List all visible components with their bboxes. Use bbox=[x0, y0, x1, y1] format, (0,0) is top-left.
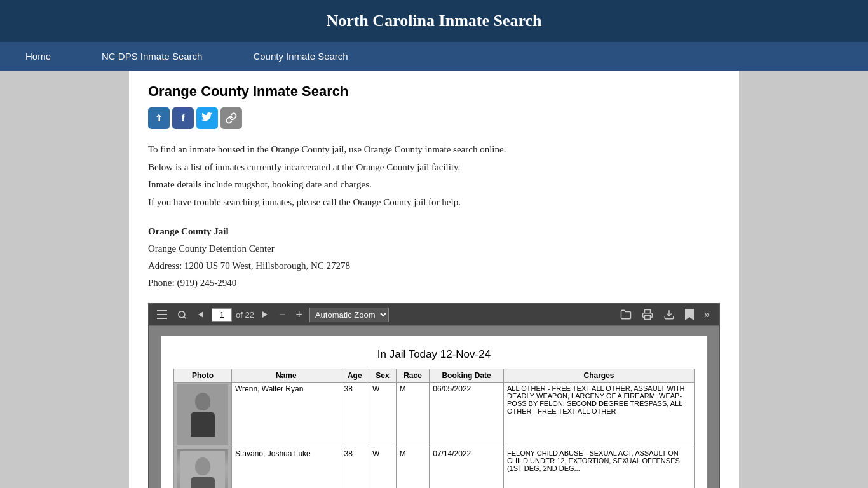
desc-line-2: Below is a list of inmates currently inc… bbox=[148, 159, 720, 176]
desc-line-4: If you have trouble searching inmates, p… bbox=[148, 194, 720, 211]
svg-rect-1 bbox=[157, 314, 167, 315]
col-charges: Charges bbox=[504, 369, 695, 383]
svg-marker-5 bbox=[198, 311, 203, 318]
social-share-bar: ⇧ f bbox=[148, 107, 720, 129]
site-header: North Carolina Inmate Search bbox=[0, 0, 868, 42]
inmate-age: 38 bbox=[341, 383, 369, 447]
pdf-page-input[interactable] bbox=[212, 308, 232, 322]
pdf-viewer: of 22 − + Automatic Zoom 50% 75% 100% bbox=[148, 303, 720, 488]
pdf-prev-page[interactable] bbox=[194, 309, 208, 320]
nav-nc-dps[interactable]: NC DPS Inmate Search bbox=[76, 42, 227, 71]
pdf-open-file[interactable] bbox=[617, 307, 635, 322]
inmate-sex: W bbox=[369, 383, 397, 447]
pdf-next-page[interactable] bbox=[258, 309, 272, 320]
inmate-photo bbox=[177, 384, 228, 445]
pdf-zoom-out[interactable]: − bbox=[276, 307, 289, 322]
jail-address: Address: 1200 US 70 West, Hillsborough, … bbox=[148, 257, 720, 274]
pdf-page: In Jail Today 12-Nov-24 Photo Name Age S… bbox=[161, 336, 707, 488]
svg-rect-0 bbox=[157, 310, 167, 311]
pdf-toolbar: of 22 − + Automatic Zoom 50% 75% 100% bbox=[149, 304, 719, 326]
svg-marker-6 bbox=[262, 311, 268, 318]
svg-point-3 bbox=[179, 311, 185, 317]
inmate-booking-date: 06/05/2022 bbox=[430, 383, 504, 447]
pdf-report-title: In Jail Today 12-Nov-24 bbox=[173, 348, 695, 361]
jail-facility: Orange County Detention Center bbox=[148, 240, 720, 257]
main-nav: Home NC DPS Inmate Search County Inmate … bbox=[0, 42, 868, 71]
inmate-charges: ALL OTHER - FREE TEXT ALL OTHER, ASSAULT… bbox=[504, 383, 695, 447]
inmate-photo bbox=[177, 449, 228, 488]
inmate-charges: FELONY CHILD ABUSE - SEXUAL ACT, ASSAULT… bbox=[504, 447, 695, 489]
pdf-zoom-select[interactable]: Automatic Zoom 50% 75% 100% 125% 150% 20… bbox=[309, 308, 389, 322]
description-block: To find an inmate housed in the Orange C… bbox=[148, 142, 720, 210]
twitter-button[interactable] bbox=[196, 107, 218, 129]
pdf-total-pages: of 22 bbox=[236, 310, 254, 320]
site-title: North Carolina Inmate Search bbox=[13, 11, 855, 30]
col-sex: Sex bbox=[369, 369, 397, 383]
pdf-sidebar-toggle[interactable] bbox=[154, 308, 170, 321]
svg-rect-2 bbox=[157, 318, 167, 319]
copy-link-button[interactable] bbox=[220, 107, 242, 129]
inmate-photo-cell bbox=[174, 383, 232, 447]
pdf-download[interactable] bbox=[660, 307, 678, 322]
inmate-photo-cell bbox=[174, 447, 232, 489]
pdf-search-button[interactable] bbox=[174, 308, 190, 322]
facebook-button[interactable]: f bbox=[172, 107, 194, 129]
page-title: Orange County Inmate Search bbox=[148, 83, 720, 100]
inmate-name: Stavano, Joshua Luke bbox=[232, 447, 341, 489]
pdf-zoom-in[interactable]: + bbox=[292, 307, 306, 322]
jail-name: Orange County Jail bbox=[148, 223, 720, 240]
svg-rect-7 bbox=[645, 316, 651, 320]
col-photo: Photo bbox=[174, 369, 232, 383]
col-race: Race bbox=[396, 369, 429, 383]
col-name: Name bbox=[232, 369, 341, 383]
col-age: Age bbox=[341, 369, 369, 383]
inmate-race: M bbox=[396, 447, 429, 489]
nav-county[interactable]: County Inmate Search bbox=[227, 42, 373, 71]
main-content: Orange County Inmate Search ⇧ f To find … bbox=[129, 71, 739, 488]
inmate-booking-date: 07/14/2022 bbox=[430, 447, 504, 489]
table-row: Stavano, Joshua Luke 38 W M 07/14/2022 F… bbox=[174, 447, 695, 489]
inmate-age: 38 bbox=[341, 447, 369, 489]
nav-home[interactable]: Home bbox=[0, 42, 76, 71]
jail-info-block: Orange County Jail Orange County Detenti… bbox=[148, 223, 720, 292]
col-booking: Booking Date bbox=[430, 369, 504, 383]
pdf-more-tools[interactable]: » bbox=[701, 307, 714, 322]
jail-phone: Phone: (919) 245-2940 bbox=[148, 274, 720, 292]
table-row: Wrenn, Walter Ryan 38 W M 06/05/2022 ALL… bbox=[174, 383, 695, 447]
pdf-bookmark[interactable] bbox=[682, 307, 697, 322]
inmate-sex: W bbox=[369, 447, 397, 489]
desc-line-3: Inmate details include mugshot, booking … bbox=[148, 177, 720, 193]
share-button[interactable]: ⇧ bbox=[148, 107, 170, 129]
inmate-name: Wrenn, Walter Ryan bbox=[232, 383, 341, 447]
svg-line-4 bbox=[184, 316, 186, 318]
inmate-table: Photo Name Age Sex Race Booking Date Cha… bbox=[173, 369, 695, 488]
inmate-race: M bbox=[396, 383, 429, 447]
desc-line-1: To find an inmate housed in the Orange C… bbox=[148, 142, 720, 158]
pdf-content-area: In Jail Today 12-Nov-24 Photo Name Age S… bbox=[149, 326, 719, 488]
pdf-print[interactable] bbox=[639, 307, 656, 322]
